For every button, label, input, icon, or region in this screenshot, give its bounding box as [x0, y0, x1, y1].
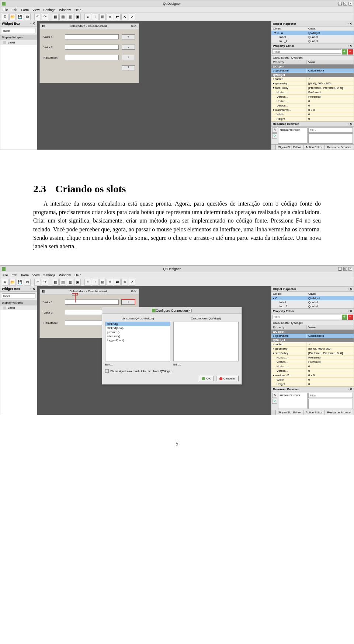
layout-v-icon[interactable]: ⫶	[92, 14, 98, 20]
configure-connection-dialog[interactable]: Configure Connection × pb_soma (QPushBut…	[102, 307, 242, 385]
titlebar[interactable]: Qt Designer ‿ ◇ ×	[0, 0, 354, 7]
dock-close-icon[interactable]: ◦ ✕	[348, 388, 352, 391]
layout-grid-icon[interactable]: ⊞	[99, 279, 106, 286]
resource-filter[interactable]	[308, 127, 353, 133]
open-icon[interactable]: 📂	[9, 279, 16, 286]
cancel-button[interactable]: Cancelar	[216, 376, 239, 381]
widget-box-filter[interactable]	[2, 28, 35, 33]
add-dynamic-prop-icon[interactable]: +	[342, 315, 347, 320]
dock-close-icon[interactable]: ◦ ✕	[348, 122, 352, 126]
widget-item-label[interactable]: Label	[0, 40, 37, 45]
menu-window[interactable]: Window	[59, 273, 71, 277]
edit-signals-icon[interactable]: ▤	[59, 279, 66, 286]
button-mul[interactable]: *	[122, 55, 135, 60]
pe-row[interactable]: Horizo...Preferred	[271, 90, 354, 95]
dock-close-icon[interactable]: ◦ ✕	[30, 22, 35, 25]
layout-grid-icon[interactable]: ⊞	[99, 14, 106, 20]
tab-resource-browser[interactable]: Resource Browser	[324, 145, 354, 150]
input-resultado[interactable]	[65, 55, 119, 60]
open-icon[interactable]: 📂	[9, 14, 16, 20]
layout-form-icon[interactable]: ⧈	[107, 14, 113, 20]
undo-icon[interactable]: ↶	[34, 14, 41, 20]
signals-list[interactable]: clicked() clicked(bool) pressed() releas…	[105, 322, 170, 361]
break-layout-icon[interactable]: ✕	[121, 279, 128, 286]
oi-row[interactable]: labelQLabel	[271, 35, 354, 39]
widget-item-label[interactable]: Label	[0, 305, 37, 310]
pe-row-objectname[interactable]: objectNameCalculadora	[271, 334, 354, 338]
pe-row[interactable]: Width0	[271, 112, 354, 117]
form-body[interactable]: Valor 1: + Valor 2: - Resultado: *	[40, 29, 139, 83]
dock-close-icon[interactable]: ◦ ✕	[348, 309, 352, 313]
dialog-titlebar[interactable]: Configure Connection ×	[102, 307, 242, 314]
signal-item[interactable]: clicked()	[105, 322, 170, 326]
menu-form[interactable]: Form	[21, 273, 29, 277]
pe-row[interactable]: Width0	[271, 378, 354, 382]
pe-row[interactable]: Vertica...Preferred	[271, 360, 354, 364]
widget-box-filter[interactable]	[2, 293, 35, 298]
close-icon[interactable]: ×	[348, 2, 352, 6]
pe-row[interactable]: Vertica...0	[271, 104, 354, 108]
menu-window[interactable]: Window	[59, 8, 71, 12]
pe-row[interactable]: Vertica...0	[271, 369, 354, 373]
edit-signals-icon[interactable]: ▤	[59, 14, 66, 20]
menu-help[interactable]: Help	[74, 273, 81, 277]
save-all-icon[interactable]: ⧉	[24, 279, 31, 286]
oi-row[interactable]: ▾ C...aQWidget	[271, 296, 354, 300]
redo-icon[interactable]: ↷	[42, 14, 48, 20]
oi-row[interactable]: la..._2QLabel	[271, 304, 354, 308]
close-icon[interactable]: ×	[188, 309, 192, 312]
dock-close-icon[interactable]: ◦ ✕	[348, 287, 352, 291]
pe-row[interactable]: enabled✓	[271, 342, 354, 347]
edit-resources-icon[interactable]: ✎	[272, 393, 277, 398]
close-icon[interactable]: ×	[348, 267, 352, 271]
resource-tree[interactable]: <resource root>	[278, 393, 308, 409]
pe-row[interactable]: enabled✓	[271, 77, 354, 81]
undo-icon[interactable]: ↶	[34, 279, 41, 286]
button-minus[interactable]: -	[122, 45, 135, 50]
oi-row[interactable]: la..._2QLabel	[271, 39, 354, 43]
tab-action-editor[interactable]: Action Editor	[303, 410, 324, 415]
pe-row[interactable]: ▸ geometry[(0, 0), 400 x 300]	[271, 81, 354, 86]
menu-settings[interactable]: Settings	[43, 273, 55, 277]
signal-item[interactable]: released()	[105, 334, 170, 338]
pe-row[interactable]: Height0	[271, 382, 354, 386]
menu-edit[interactable]: Edit	[12, 8, 18, 12]
menu-view[interactable]: View	[32, 8, 39, 12]
layout-h-icon[interactable]: ≡	[84, 14, 91, 20]
pe-row[interactable]: ▸ geometry[(0, 0), 400 x 300]	[271, 347, 354, 351]
signal-item[interactable]: clicked(bool)	[105, 326, 170, 330]
edit-tab-icon[interactable]: ▣	[74, 14, 81, 20]
resource-tree[interactable]: <resource root>	[278, 127, 308, 144]
pe-row[interactable]: ▾ minimumS...0 x 0	[271, 108, 354, 112]
tab-resource-browser[interactable]: Resource Browser	[324, 410, 354, 415]
checkbox-icon[interactable]	[105, 369, 109, 373]
reload-icon[interactable]: ⟳	[272, 133, 277, 139]
remove-dynamic-prop-icon[interactable]: −	[348, 49, 353, 55]
tab-signal-slot[interactable]: Signal/Slot Editor	[275, 410, 303, 415]
form-canvas[interactable]: ◧ Calculadora - Calculadora.ui ⧉ ✕ Valor…	[37, 21, 271, 150]
input-valor2[interactable]	[65, 45, 119, 50]
dock-close-icon[interactable]: ◦ ✕	[348, 22, 352, 25]
adjust-size-icon[interactable]: ⤢	[129, 279, 135, 286]
slots-list[interactable]	[173, 322, 239, 361]
widget-group-display[interactable]: Display Widgets	[0, 300, 37, 305]
form-restore-icon[interactable]: ⧉	[131, 290, 133, 293]
minimize-icon[interactable]: ‿	[338, 2, 342, 6]
resource-filter[interactable]	[308, 393, 353, 398]
break-layout-icon[interactable]: ✕	[121, 14, 128, 20]
pe-row-objectname[interactable]: objectNameCalculadora	[271, 69, 354, 73]
oi-row[interactable]: ▾ C...aQWidget	[271, 31, 354, 35]
layout-h-icon[interactable]: ≡	[84, 279, 91, 286]
save-all-icon[interactable]: ⧉	[24, 14, 31, 20]
menu-settings[interactable]: Settings	[43, 8, 55, 12]
ok-button[interactable]: OK	[199, 376, 214, 381]
menu-view[interactable]: View	[32, 273, 39, 277]
widget-group-display[interactable]: Display Widgets	[0, 35, 37, 40]
pe-row[interactable]: Horizo...0	[271, 364, 354, 369]
form-restore-icon[interactable]: ⧉	[131, 24, 133, 28]
maximize-icon[interactable]: ◇	[343, 2, 347, 6]
new-file-icon[interactable]: 🗎	[2, 279, 8, 286]
button-plus[interactable]: +	[122, 34, 135, 39]
signal-item[interactable]: toggled(bool)	[105, 338, 170, 342]
pe-row[interactable]: ▾ sizePolicy[Preferred, Preferred, 0, 0]	[271, 86, 354, 90]
